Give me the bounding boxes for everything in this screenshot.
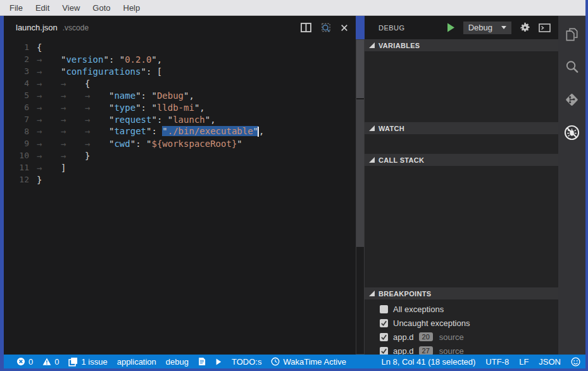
scrollbar-thumb[interactable] — [356, 99, 364, 247]
line-number-badge: 27 — [419, 346, 433, 355]
activity-files[interactable] — [563, 25, 580, 42]
tab-whitespace-marker: → — [37, 79, 61, 89]
tab-whitespace-marker: → — [85, 115, 109, 125]
code-line[interactable]: 11→] — [4, 161, 356, 173]
menu-edit[interactable]: Edit — [29, 3, 56, 13]
collapse-triangle-icon — [369, 291, 375, 296]
tab-whitespace-marker: → — [37, 139, 61, 149]
status-application[interactable]: application — [117, 357, 156, 367]
code-token: " — [151, 91, 156, 101]
tab-launch-json[interactable]: launch.json .vscode — [16, 23, 89, 32]
breakpoint-checkbox[interactable] — [380, 305, 388, 313]
activity-search[interactable] — [563, 58, 580, 75]
open-preview-icon[interactable] — [320, 23, 332, 33]
line-content: →"configurations": [ — [37, 66, 162, 77]
line-content: →] — [37, 163, 66, 173]
menu-goto[interactable]: Goto — [86, 3, 116, 13]
status-text: debug — [166, 357, 189, 367]
status-json[interactable]: JSON — [539, 357, 561, 367]
breakpoints-header[interactable]: BREAKPOINTS — [365, 287, 558, 299]
status-lf[interactable]: LF — [519, 357, 529, 367]
line-number[interactable]: 8 — [4, 127, 29, 136]
breakpoint-checkbox[interactable] — [380, 347, 388, 355]
breakpoint-row[interactable]: app.d27source — [365, 344, 558, 355]
line-content: } — [37, 175, 42, 185]
code-line[interactable]: 5→→→"name": "Debug", — [4, 89, 356, 101]
section-label: BREAKPOINTS — [378, 290, 431, 298]
line-number[interactable]: 3 — [4, 66, 29, 76]
status-wakatime-active[interactable]: WakaTime Active — [271, 357, 346, 367]
gear-icon[interactable] — [520, 22, 530, 33]
code-token: , — [199, 103, 204, 113]
activity-git[interactable] — [563, 91, 580, 108]
variables-header[interactable]: VARIABLES — [365, 39, 558, 51]
debug-icon — [563, 124, 580, 141]
activity-bar — [558, 16, 585, 355]
code-line[interactable]: 2→"version": "0.2.0", — [4, 53, 356, 65]
debug-panel-title: DEBUG — [378, 24, 405, 32]
menu-help[interactable]: Help — [117, 3, 147, 13]
line-number[interactable]: 1 — [4, 42, 29, 52]
code-token: : — [141, 103, 152, 113]
status-1-issue[interactable]: 1 issue — [68, 357, 107, 367]
editor-actions — [301, 23, 348, 33]
breakpoint-checkbox[interactable] — [380, 333, 388, 341]
status-text: WakaTime Active — [283, 357, 346, 367]
code-line[interactable]: 8→→→"target": "./bin/executable", — [4, 125, 356, 137]
line-number[interactable]: 10 — [4, 151, 29, 160]
split-editor-icon[interactable] — [301, 23, 311, 32]
code-editor[interactable]: 1{2→"version": "0.2.0",3→"configurations… — [4, 39, 356, 355]
code-line[interactable]: 12} — [4, 173, 356, 186]
close-icon[interactable] — [341, 24, 348, 32]
status-0[interactable]: 0 — [42, 357, 59, 367]
watch-header[interactable]: WATCH — [365, 122, 558, 134]
code-token: } — [37, 175, 42, 185]
code-token: { — [37, 42, 42, 53]
status-file-icon[interactable] — [198, 357, 206, 366]
search-icon — [564, 59, 580, 75]
line-number[interactable]: 4 — [4, 79, 29, 88]
status-play-icon[interactable] — [215, 358, 222, 366]
status-0[interactable]: 0 — [16, 357, 33, 367]
code-token: " — [120, 54, 125, 65]
breakpoint-row[interactable]: app.d20source — [365, 330, 558, 344]
menu-view[interactable]: View — [56, 3, 86, 13]
status-smiley-icon[interactable] — [571, 357, 580, 367]
warning-icon — [42, 357, 51, 366]
start-debug-icon[interactable] — [447, 23, 455, 32]
status-debug[interactable]: debug — [166, 357, 189, 367]
scrollbar-thumb[interactable] — [356, 40, 364, 98]
editor-title-bar: launch.json .vscode — [4, 16, 356, 39]
line-number[interactable]: 9 — [4, 139, 29, 148]
code-line[interactable]: 3→"configurations": [ — [4, 65, 356, 77]
status-utf-8[interactable]: UTF-8 — [485, 357, 509, 367]
call-stack-header[interactable]: CALL STACK — [365, 154, 558, 166]
code-line[interactable]: 7→→→"request": "launch", — [4, 113, 356, 125]
breakpoint-row[interactable]: All exceptions — [365, 302, 558, 316]
menu-file[interactable]: File — [3, 3, 29, 13]
line-number[interactable]: 2 — [4, 54, 29, 64]
debug-console-icon[interactable] — [539, 23, 551, 32]
editor-scrollbar[interactable] — [356, 39, 365, 355]
line-number[interactable]: 6 — [4, 103, 29, 112]
line-content: →→→"target": "./bin/executable", — [37, 126, 264, 137]
code-line[interactable]: 6→→→"type": "lldb-mi", — [4, 101, 356, 113]
line-number[interactable]: 5 — [4, 91, 29, 100]
code-line[interactable]: 10→→} — [4, 149, 356, 161]
status-ln-8-col-41-18-selected[interactable]: Ln 8, Col 41 (18 selected) — [381, 357, 475, 367]
code-line[interactable]: 1{ — [4, 41, 356, 53]
breakpoint-checkbox[interactable] — [380, 319, 388, 327]
code-line[interactable]: 9→→→"cwd": "${workspaceRoot}" — [4, 137, 356, 149]
code-line[interactable]: 4→→{ — [4, 77, 356, 89]
activity-debug[interactable] — [563, 124, 580, 141]
status-text: application — [117, 357, 156, 367]
line-number[interactable]: 11 — [4, 163, 29, 172]
line-number[interactable]: 7 — [4, 115, 29, 124]
line-number[interactable]: 12 — [4, 175, 29, 184]
code-token: " — [135, 103, 141, 113]
debug-configuration-dropdown[interactable]: Debug — [463, 22, 511, 34]
status-todo-s[interactable]: TODO:s — [232, 357, 261, 367]
code-token: launch — [173, 115, 205, 125]
breakpoint-row[interactable]: Uncaught exceptions — [365, 316, 558, 330]
code-token: , — [210, 115, 215, 125]
